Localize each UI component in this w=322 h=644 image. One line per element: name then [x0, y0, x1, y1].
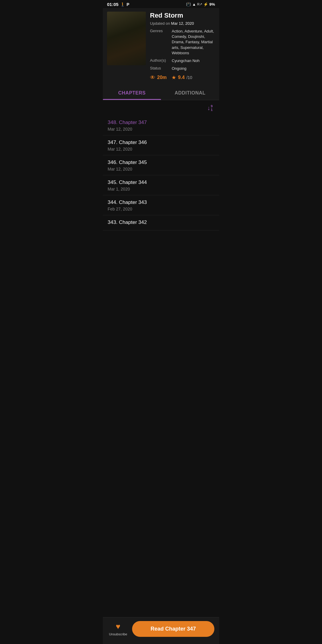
chapter-date: Mar 12, 2020 [108, 167, 214, 171]
status-bar: 01:05 🚶 P 📳 ▲ R↗ ⚡ 9% [103, 0, 219, 8]
chapter-item[interactable]: 347. Chapter 346Mar 12, 2020 [103, 135, 219, 155]
vibrate-icon: 📳 [186, 2, 191, 7]
chapter-item[interactable]: 343. Chapter 342 [103, 215, 219, 230]
chapter-date: Feb 27, 2020 [108, 207, 214, 211]
battery-icon: ⚡ [203, 2, 208, 7]
svg-rect-7 [121, 38, 131, 53]
rating-value: 9.4 [178, 75, 185, 80]
eye-icon: 👁 [150, 75, 155, 81]
svg-rect-4 [120, 32, 132, 59]
chapter-date: Mar 12, 2020 [108, 147, 214, 151]
sort-arrow-icon: ↓ [207, 105, 210, 111]
chapter-item[interactable]: 348. Chapter 347Mar 12, 2020 [103, 115, 219, 135]
battery-percent: 9% [209, 2, 215, 7]
genres-label: Genres [150, 29, 169, 56]
status-time: 01:05 [107, 2, 118, 7]
chapter-title: 348. Chapter 347 [108, 120, 214, 126]
svg-rect-0 [107, 12, 146, 65]
status-value: Ongoing [172, 66, 186, 71]
manga-info: Red Storm Updated on Mar 12, 2020 Genres… [150, 12, 215, 81]
rating-max: /10 [186, 75, 192, 80]
chapter-item[interactable]: 346. Chapter 345Mar 12, 2020 [103, 155, 219, 175]
status-label: Status [150, 66, 169, 71]
chapter-date: Mar 1, 2020 [108, 187, 214, 191]
tab-additional[interactable]: ADDITIONAL [161, 86, 219, 100]
svg-rect-8 [109, 35, 117, 59]
views-value: 20m [157, 75, 167, 80]
chapter-title: 345. Chapter 344 [108, 179, 214, 185]
svg-rect-6 [112, 21, 134, 30]
updated-date: Mar 12, 2020 [171, 21, 194, 26]
tabs-bar: CHAPTERS ADDITIONAL [103, 86, 219, 100]
manga-cover: RED STORM [107, 12, 146, 65]
author-value: Cyungchan Noh [172, 58, 199, 64]
sort-numbers: 9 1 [211, 104, 213, 112]
chapter-item[interactable]: 345. Chapter 344Mar 1, 2020 [103, 175, 219, 195]
chapter-title: 344. Chapter 343 [108, 199, 214, 205]
svg-text:RED STORM: RED STORM [117, 60, 135, 64]
views-stat: 👁 20m [150, 75, 167, 81]
genres-value: Action, Adventure, Adult, Comedy, Doujin… [172, 29, 215, 56]
manga-title: Red Storm [150, 12, 215, 19]
signal-icon: R↗ [197, 2, 202, 6]
manga-updated: Updated on Mar 12, 2020 [150, 21, 215, 26]
chapter-date: Mar 12, 2020 [108, 127, 214, 131]
svg-rect-11 [107, 58, 146, 65]
author-row: Author(s) Cyungchan Noh [150, 58, 215, 64]
chapter-title: 343. Chapter 342 [108, 219, 214, 225]
svg-rect-2 [110, 30, 117, 53]
chapter-title: 347. Chapter 346 [108, 140, 214, 145]
chapter-title: 346. Chapter 345 [108, 160, 214, 165]
author-label: Author(s) [150, 58, 169, 64]
stats-row: 👁 20m ★ 9.4 /10 [150, 74, 215, 81]
person-icon: 🚶 [120, 2, 125, 7]
parking-icon: P [126, 2, 129, 7]
wifi-icon: ▲ [192, 2, 196, 7]
svg-point-5 [121, 24, 132, 35]
svg-point-3 [110, 24, 117, 32]
star-icon: ★ [171, 74, 176, 81]
status-row: Status Ongoing [150, 66, 215, 71]
chapter-list: 348. Chapter 347Mar 12, 2020347. Chapter… [103, 115, 219, 260]
sort-bar: ↓ 9 1 [103, 100, 219, 115]
chapter-item[interactable]: 344. Chapter 343Feb 27, 2020 [103, 195, 219, 215]
tab-chapters[interactable]: CHAPTERS [103, 86, 161, 100]
manga-header: RED STORM Red Storm Updated on Mar 12, 2… [103, 8, 219, 86]
sort-button[interactable]: ↓ 9 1 [205, 103, 214, 113]
svg-rect-1 [107, 12, 146, 38]
rating-stat: ★ 9.4 /10 [171, 74, 192, 81]
genres-row: Genres Action, Adventure, Adult, Comedy,… [150, 29, 215, 56]
svg-point-10 [114, 63, 138, 65]
svg-point-9 [109, 30, 117, 38]
updated-label: Updated on [150, 21, 170, 26]
